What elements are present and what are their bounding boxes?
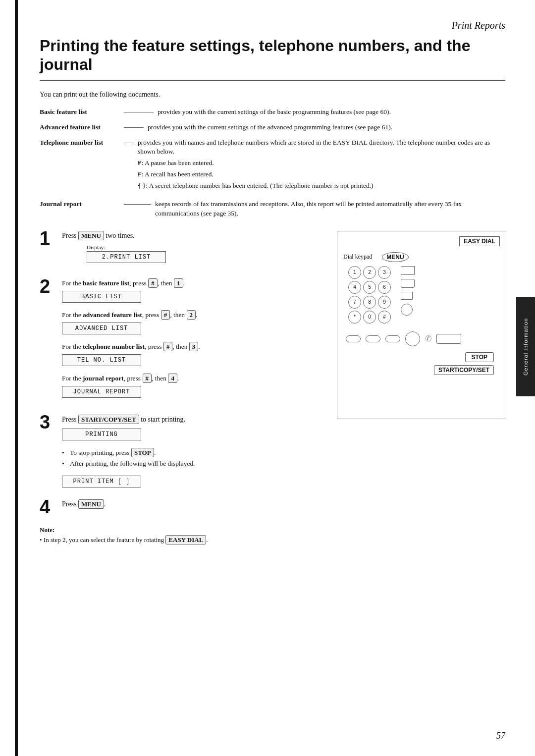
step-1-text: Press MENU two times. (62, 231, 327, 241)
feature-list: Basic feature list provides you with the… (40, 108, 505, 218)
display-box-printing: PRINTING (62, 429, 141, 440)
easy-dial-device-label: EASY DIAL (459, 236, 500, 246)
control-rect-1 (401, 266, 415, 275)
key-1: 1 (174, 278, 183, 288)
step-3-bullet-2: After printing, the following will be di… (62, 459, 327, 469)
right-controls (401, 266, 415, 325)
device-body: EASY DIAL Dial keypad MENU 1 2 3 (337, 231, 505, 419)
easy-dial-key-note: EASY DIAL (165, 535, 206, 544)
key-2: 2 (187, 310, 196, 320)
dash-advanced (124, 127, 144, 128)
hash-key-j: # (143, 374, 152, 383)
oval-btn-3 (385, 335, 400, 342)
keypad-row-3: 7 8 9 (348, 296, 391, 309)
display-box-journal: JOURNAL REPORT (62, 386, 141, 398)
stop-key: STOP (131, 448, 154, 457)
menu-key-4: MENU (78, 499, 104, 509)
dial-keypad-label: Dial keypad (343, 253, 372, 261)
keypad-row-1: 1 2 3 (348, 266, 391, 279)
oval-btn-1 (346, 335, 361, 342)
step-number-1: 1 (40, 229, 62, 248)
feature-desc-telephone: provides you with names and telephone nu… (138, 138, 505, 194)
feature-item-journal: Journal report keeps records of fax tran… (40, 200, 505, 218)
step-number-2: 2 (40, 277, 62, 296)
key-star: * (348, 311, 361, 324)
left-bar-decoration (15, 0, 18, 756)
step-3: 3 Press START/COPY/SET to start printing… (40, 415, 327, 490)
key-hash: # (378, 311, 391, 324)
step-3-bullet-1: To stop printing, press STOP. (62, 448, 327, 458)
bold-telephone: telephone number list (83, 343, 145, 350)
feature-item-basic: Basic feature list provides you with the… (40, 108, 505, 117)
keypad: 1 2 3 4 5 6 7 8 9 (348, 266, 391, 325)
step-1: 1 Press MENU two times. Display: 2.PRINT… (40, 231, 327, 270)
bottom-controls: ✆ (346, 331, 499, 346)
display-box-telephone: TEL NO. LIST (62, 354, 141, 366)
device-main-area: 1 2 3 4 5 6 7 8 9 (348, 266, 499, 325)
device-diagram: EASY DIAL Dial keypad MENU 1 2 3 (337, 231, 505, 544)
note-section: Note: • In step 2, you can select the fe… (40, 526, 327, 544)
main-title-container: Printing the feature settings, telephone… (40, 36, 505, 81)
keypad-row-2: 4 5 6 (348, 281, 391, 294)
key-3: 3 (378, 266, 391, 279)
key-5: 5 (363, 281, 376, 294)
display-label-1: Display: (87, 244, 327, 250)
dash-basic (124, 112, 154, 112)
note-text: • In step 2, you can select the feature … (40, 536, 327, 544)
sub-step-basic-text: For the basic feature list, press #, the… (62, 279, 327, 288)
step-4-text: Press MENU. (62, 499, 327, 509)
sub-step-telephone: For the telephone number list, press #, … (62, 342, 327, 369)
sub-step-journal: For the journal report, press #, then 4.… (62, 374, 327, 401)
feature-label-telephone: Telephone number list (40, 138, 124, 194)
feature-item-advanced: Advanced feature list provides you with … (40, 123, 505, 132)
step-3-content: Press START/COPY/SET to start printing. … (62, 415, 327, 490)
step-4: 4 Press MENU. (40, 499, 327, 516)
display-box-advanced: ADVANCED LIST (62, 323, 141, 334)
telephone-sub-list: P: A pause has been entered. F: A recall… (138, 159, 505, 191)
steps-area: 1 Press MENU two times. Display: 2.PRINT… (40, 231, 505, 544)
step-number-3: 3 (40, 413, 62, 432)
telephone-sub-item-f: F: A recall has been entered. (138, 170, 505, 179)
phone-icon: ✆ (425, 334, 431, 343)
note-title: Note: (40, 526, 327, 534)
keypad-row-4: * 0 # (348, 311, 391, 324)
key-0: 0 (363, 311, 376, 324)
key-4: 4 (348, 281, 361, 294)
key-6: 6 (378, 281, 391, 294)
key-8: 8 (363, 296, 376, 309)
slider-btn (436, 334, 461, 344)
display-box-print-item: PRINT ITEM [ ] (62, 476, 141, 487)
section-header: Print Reports (40, 20, 505, 31)
key-7: 7 (348, 296, 361, 309)
stop-label-area: STOP (343, 352, 494, 362)
sub-step-advanced: For the advanced feature list, press #, … (62, 311, 327, 337)
key-2: 2 (363, 266, 376, 279)
feature-desc-advanced: provides you with the current settings o… (148, 123, 505, 132)
bold-journal: journal report (83, 375, 124, 382)
step-2-content: For the basic feature list, press #, the… (62, 279, 327, 406)
feature-desc-basic: provides you with the current settings o… (158, 108, 505, 117)
circle-btn-large (405, 331, 420, 346)
step-1-content: Press MENU two times. Display: 2.PRINT L… (62, 231, 327, 270)
steps-left: 1 Press MENU two times. Display: 2.PRINT… (40, 231, 327, 544)
start-copy-set-key: START/COPY/SET (78, 415, 139, 424)
key-9: 9 (378, 296, 391, 309)
control-rect-3 (401, 292, 413, 300)
start-device-label: START/COPY/SET (434, 365, 494, 375)
telephone-sub-item-secret: { }: A secret telephone number has been … (138, 181, 505, 191)
stop-device-label: STOP (465, 352, 494, 362)
sub-step-advanced-text: For the advanced feature list, press #, … (62, 311, 327, 320)
step-3-text: Press START/COPY/SET to start printing. (62, 415, 327, 425)
control-circle (401, 304, 413, 316)
feature-label-advanced: Advanced feature list (40, 123, 124, 132)
sub-step-basic: For the basic feature list, press #, the… (62, 279, 327, 306)
feature-desc-journal: keeps records of fax transmissions and r… (155, 200, 505, 218)
intro-text: You can print out the following document… (40, 91, 505, 99)
top-row: Dial keypad MENU (343, 252, 499, 262)
key-1: 1 (348, 266, 361, 279)
telephone-sub-item-p: P: A pause has been entered. (138, 159, 505, 168)
side-tab: General Information (516, 297, 535, 396)
oval-btn-2 (366, 335, 380, 342)
step-3-bullets: To stop printing, press STOP. After prin… (62, 448, 327, 469)
control-rect-2 (401, 279, 415, 288)
